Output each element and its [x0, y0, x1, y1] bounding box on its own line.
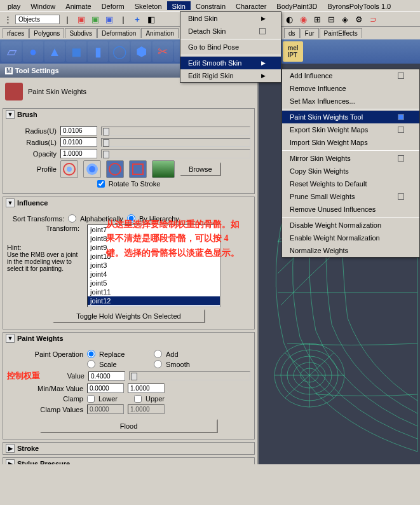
menu-item[interactable]: Enable Weight Normalization — [282, 232, 419, 244]
menu-item[interactable]: Remove Unused Influences — [282, 203, 419, 216]
tool-icon-3[interactable]: ▣ — [103, 13, 116, 25]
tool-icon-r5[interactable]: ◈ — [339, 13, 351, 25]
joint-item[interactable]: joint3 — [88, 261, 220, 270]
joint-item[interactable]: joint12 — [88, 296, 220, 305]
profile-soft-icon[interactable] — [83, 160, 101, 178]
shelf-cylinder-icon[interactable]: ▮ — [88, 41, 108, 62]
menu-window[interactable]: Window — [25, 1, 60, 10]
new-icon[interactable]: + — [131, 13, 144, 25]
expand-stroke-icon[interactable]: ▶ — [6, 444, 15, 453]
clamp-upper-checkbox[interactable] — [134, 395, 142, 403]
menu-item[interactable]: Detach Skin — [180, 25, 281, 38]
value-input[interactable] — [88, 371, 125, 381]
menu-item[interactable]: Reset Weights to Default — [282, 177, 419, 190]
magnet-icon[interactable]: ⊃ — [367, 13, 379, 25]
radius-l-slider[interactable] — [101, 138, 250, 147]
tab-ds[interactable]: ds — [284, 28, 300, 38]
min-input[interactable] — [87, 384, 124, 393]
collapse-brush-icon[interactable]: ▼ — [6, 110, 15, 119]
menu-item[interactable]: Paint Skin Weights Tool — [282, 111, 419, 123]
profile-gaussian-icon[interactable] — [60, 160, 78, 178]
shelf-tool8-icon[interactable]: ✂ — [152, 41, 173, 62]
tool-icon-r2[interactable]: ◉ — [297, 13, 309, 25]
tab-animation[interactable]: Animation — [141, 28, 178, 38]
radius-u-input[interactable] — [60, 126, 97, 135]
menu-skin[interactable]: Skin — [167, 1, 191, 10]
rotate-stroke-checkbox[interactable] — [97, 180, 105, 188]
shelf-sphere-icon[interactable]: ● — [23, 41, 43, 62]
value-slider[interactable] — [129, 371, 250, 380]
menu-byrons[interactable]: ByronsPolyTools 1.0 — [323, 1, 396, 10]
shelf-cone-icon[interactable]: ▲ — [44, 41, 65, 62]
tool-icon-1[interactable]: ▣ — [75, 13, 88, 25]
collapse-paint-icon[interactable]: ▼ — [6, 334, 15, 343]
profile-image-icon[interactable] — [152, 160, 175, 178]
joint-item[interactable]: joint8 — [88, 234, 220, 243]
opacity-input[interactable] — [60, 149, 97, 158]
shelf-plane-icon[interactable]: ▱ — [1, 41, 22, 62]
joint-item[interactable]: joint10 — [88, 252, 220, 261]
tool-icon-4[interactable]: ◧ — [145, 13, 158, 25]
op-replace-radio[interactable] — [87, 350, 95, 358]
tab-painteffects[interactable]: PaintEffects — [320, 28, 362, 38]
menu-bodypaint[interactable]: BodyPaint3D — [271, 1, 322, 10]
tab-surfaces[interactable]: rfaces — [3, 28, 29, 38]
op-smooth-radio[interactable] — [154, 360, 162, 368]
menu-item[interactable]: Go to Bind Pose — [180, 41, 281, 53]
menu-deform[interactable]: Deform — [97, 1, 130, 10]
joint-item[interactable]: joint9 — [88, 243, 220, 252]
profile-solid-icon[interactable] — [106, 160, 124, 178]
menu-item[interactable]: Prune Small Weights — [282, 190, 419, 203]
op-add-radio[interactable] — [154, 350, 162, 358]
joint-item[interactable]: joint13 — [88, 305, 220, 307]
tool-icon-2[interactable]: ▣ — [89, 13, 102, 25]
max-input[interactable] — [128, 384, 165, 393]
clamp-lower-checkbox[interactable] — [87, 395, 95, 403]
collapse-influence-icon[interactable]: ▼ — [6, 198, 15, 207]
menu-item[interactable]: Disable Weight Normalization — [282, 219, 419, 232]
menu-item[interactable]: Remove Influence — [282, 82, 419, 95]
joint-item[interactable]: joint5 — [88, 279, 220, 287]
joints-listbox[interactable]: joint7joint8joint9joint10joint3joint4joi… — [87, 225, 220, 307]
menu-item[interactable]: Add Influence — [282, 69, 419, 82]
profile-square-icon[interactable] — [129, 160, 147, 178]
selection-mode-dropdown[interactable] — [15, 15, 60, 24]
tab-deformation[interactable]: Deformation — [97, 28, 140, 38]
menu-character[interactable]: Character — [231, 1, 271, 10]
menu-animate[interactable]: Animate — [60, 1, 96, 10]
sort-hier-radio[interactable] — [127, 214, 135, 223]
menu-item[interactable]: Export Skin Weight Maps — [282, 123, 419, 136]
menu-skeleton[interactable]: Skeleton — [130, 1, 167, 10]
tool-icon-r1[interactable]: ◐ — [283, 13, 295, 25]
radius-u-slider[interactable] — [101, 127, 250, 135]
joint-item[interactable]: joint7 — [88, 225, 220, 234]
browse-button[interactable]: Browse — [180, 162, 221, 176]
radius-l-input[interactable] — [60, 137, 97, 147]
shelf-prism-icon[interactable]: ⬢ — [131, 41, 151, 62]
tool-icon-r4[interactable]: ⊟ — [325, 13, 337, 25]
menu-item[interactable]: Bind Skin▶ — [180, 12, 281, 25]
shelf-mel-icon[interactable]: melIPT — [283, 41, 303, 62]
menu-item[interactable]: Edit Smooth Skin▶ — [180, 57, 281, 69]
joint-item[interactable]: joint11 — [88, 287, 220, 296]
menu-item[interactable]: Edit Rigid Skin▶ — [180, 69, 281, 82]
tab-fur[interactable]: Fur — [301, 28, 319, 38]
tool-icon-r6[interactable]: ⚙ — [353, 13, 365, 25]
menu-constrain[interactable]: Constrain — [191, 1, 231, 10]
joint-item[interactable]: joint4 — [88, 270, 220, 279]
tab-subdivs[interactable]: Subdivs — [65, 28, 97, 38]
tool-icon-r3[interactable]: ⊞ — [311, 13, 323, 25]
flood-button[interactable]: Flood — [40, 419, 218, 433]
menu-play[interactable]: play — [3, 1, 25, 10]
op-scale-radio[interactable] — [87, 360, 95, 368]
menu-item[interactable]: Import Skin Weight Maps — [282, 136, 419, 149]
expand-stylus-icon[interactable]: ▶ — [6, 459, 15, 464]
tab-polygons[interactable]: Polygons — [29, 28, 64, 38]
sort-alpha-radio[interactable] — [68, 214, 76, 223]
shelf-torus-icon[interactable]: ◯ — [109, 41, 130, 62]
menu-item[interactable]: Copy Skin Weights — [282, 165, 419, 177]
shelf-cube-icon[interactable]: ◼ — [66, 41, 86, 62]
opacity-slider[interactable] — [101, 149, 250, 158]
menu-item[interactable]: Set Max Influences... — [282, 95, 419, 107]
toggle-hold-button[interactable]: Toggle Hold Weights On Selected — [53, 309, 205, 323]
